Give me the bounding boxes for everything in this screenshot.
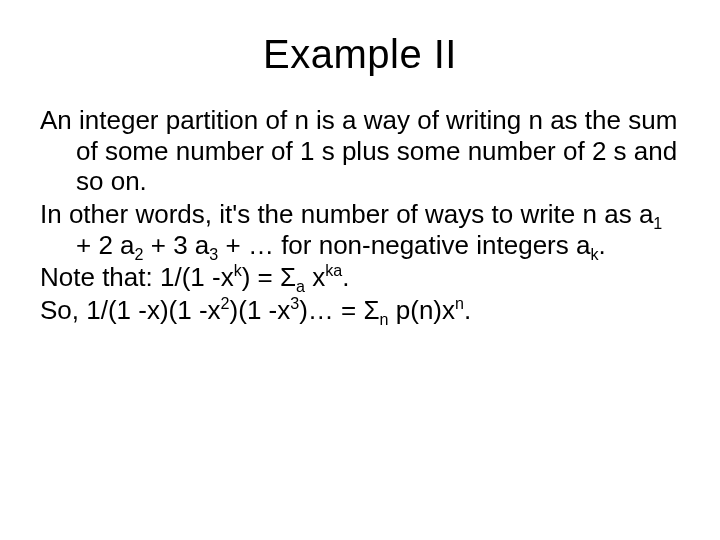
p4-text-e: )… = Σ — [299, 295, 379, 325]
p2-text-c: + 2 a — [76, 230, 135, 260]
p2-text-i: . — [599, 230, 606, 260]
p3-text-g: . — [342, 262, 349, 292]
p2-sub-2: 2 — [135, 245, 144, 263]
paragraph-4: So, 1/(1 -x)(1 -x2)(1 -x3)… = Σn p(n)xn. — [40, 295, 680, 326]
paragraph-1: An integer partition of n is a way of wr… — [40, 105, 680, 197]
p4-sup-2: 2 — [221, 294, 230, 312]
p3-text-a: Note that: 1/(1 -x — [40, 262, 234, 292]
p2-text-e: + 3 a — [144, 230, 210, 260]
p2-sub-1: 1 — [653, 214, 662, 232]
slide: Example II An integer partition of n is … — [0, 0, 720, 540]
p4-text-g: p(n)x — [389, 295, 455, 325]
p2-sub-k: k — [590, 245, 598, 263]
p2-text-g: + … for non-negative integers a — [218, 230, 590, 260]
p3-text-c: ) = Σ — [242, 262, 296, 292]
p1-text: An integer partition of n is a way of wr… — [40, 105, 677, 196]
p4-text-i: . — [464, 295, 471, 325]
p4-text-c: )(1 -x — [230, 295, 291, 325]
slide-title: Example II — [40, 32, 680, 77]
p2-sub-3: 3 — [209, 245, 218, 263]
paragraph-2: In other words, it's the number of ways … — [40, 199, 680, 260]
paragraph-3: Note that: 1/(1 -xk) = Σa xka. — [40, 262, 680, 293]
slide-body: An integer partition of n is a way of wr… — [40, 105, 680, 326]
p3-text-e: x — [305, 262, 325, 292]
p3-sub-a: a — [296, 278, 305, 296]
p3-sup-k: k — [234, 262, 242, 280]
p4-sub-n: n — [380, 310, 389, 328]
p4-sup-n: n — [455, 294, 464, 312]
p4-text-a: So, 1/(1 -x)(1 -x — [40, 295, 221, 325]
p2-text-a: In other words, it's the number of ways … — [40, 199, 653, 229]
p4-sup-3: 3 — [290, 294, 299, 312]
p3-sup-ka: ka — [325, 262, 342, 280]
